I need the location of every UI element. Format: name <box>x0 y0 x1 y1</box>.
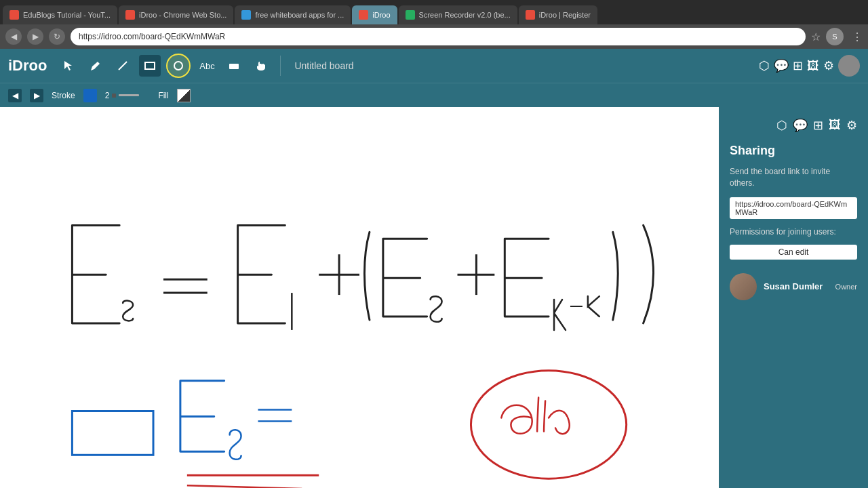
sharing-description: Send the board link to invite others. <box>730 166 857 189</box>
sharing-title: Sharing <box>730 144 857 158</box>
undo-button[interactable]: ◀ <box>8 89 22 102</box>
sidebar-grid-icon[interactable]: ⊞ <box>813 118 823 133</box>
tab-label-idroo-store: iDroo - Chrome Web Sto... <box>139 11 226 19</box>
app-toolbar: iDroo Abc Untitled board ⬡ 💬 ⊞ 🖼 ⚙ <box>0 49 868 83</box>
sub-toolbar: ◀ ▶ Stroke 2 Fill <box>0 83 868 107</box>
toolbar-separator <box>280 56 281 76</box>
toolbar-right: ⬡ 💬 ⊞ 🖼 ⚙ <box>759 55 860 77</box>
tab-label-idroo-active: iDroo <box>372 11 390 19</box>
stroke-thickness: 2 <box>105 91 140 100</box>
stroke-color-swatch[interactable] <box>83 89 97 102</box>
tab-label-idroo-register: iDroo | Register <box>539 11 591 19</box>
stroke-label: Stroke <box>52 91 75 100</box>
tab-screencast[interactable]: Screen Recorder v2.0 (be... <box>399 5 517 24</box>
sidebar-chat-icon[interactable]: 💬 <box>793 118 808 133</box>
bookmark-button[interactable]: ☆ <box>811 30 821 43</box>
logo-text: iDroo <box>8 57 47 74</box>
canvas-area[interactable]: Recorded with SCREENCAST ○ MATIC <box>0 107 719 488</box>
drawn-rectangle <box>72 411 153 455</box>
thickness-value: 2 <box>105 91 110 100</box>
refresh-button[interactable]: ↻ <box>49 28 65 45</box>
canvas-svg <box>0 107 719 488</box>
tab-favicon-whiteboard <box>241 10 251 20</box>
sharing-sidebar: ⬡ 💬 ⊞ 🖼 ⚙ Sharing Send the board link to… <box>719 107 868 488</box>
user-name: Susan Dumler <box>764 281 823 291</box>
sidebar-settings-icon[interactable]: ⚙ <box>846 118 857 133</box>
tab-favicon-yt <box>9 10 19 20</box>
redo-button[interactable]: ▶ <box>30 89 43 102</box>
hand-tool[interactable] <box>250 55 272 77</box>
tab-bar: EduBlogs Tutorial - YouT... iDroo - Chro… <box>0 0 868 24</box>
tab-label-screencast: Screen Recorder v2.0 (be... <box>419 11 511 19</box>
line-tool[interactable] <box>112 55 134 77</box>
tab-label-edublogs: EduBlogs Tutorial - YouT... <box>23 11 111 19</box>
fill-color-swatch[interactable] <box>177 89 191 102</box>
image-icon[interactable]: 🖼 <box>807 59 819 73</box>
svg-rect-1 <box>145 62 155 69</box>
forward-button[interactable]: ▶ <box>27 28 43 45</box>
share-icon[interactable]: ⬡ <box>759 58 770 73</box>
url-input[interactable]: https://idroo.com/board-QEdKWmMWaR <box>71 28 806 45</box>
text-tool-label: Abc <box>199 61 214 71</box>
rectangle-tool[interactable] <box>139 55 161 77</box>
tab-favicon-idroo2 <box>359 10 368 20</box>
thickness-line <box>119 94 139 96</box>
app-logo: iDroo <box>8 57 47 75</box>
back-button[interactable]: ◀ <box>5 28 22 45</box>
profile-button[interactable]: S <box>826 28 844 45</box>
fill-label: Fill <box>158 91 168 100</box>
settings-icon[interactable]: ⚙ <box>823 58 834 73</box>
pen-tool[interactable] <box>85 55 106 77</box>
svg-rect-3 <box>229 64 239 69</box>
sharing-link[interactable]: https://idroo.com/board-QEdKWmMWaR <box>730 197 857 219</box>
sidebar-icon-row: ⬡ 💬 ⊞ 🖼 ⚙ <box>730 118 857 133</box>
tab-idroo-register[interactable]: iDroo | Register <box>519 5 597 24</box>
grid-icon[interactable]: ⊞ <box>793 58 803 73</box>
user-role: Owner <box>835 283 857 291</box>
sidebar-share-icon[interactable]: ⬡ <box>776 118 787 133</box>
svg-line-15 <box>187 485 302 488</box>
tab-favicon-idroo <box>125 10 135 20</box>
svg-point-2 <box>174 62 182 70</box>
user-avatar-image <box>730 273 757 300</box>
sidebar-photo-icon[interactable]: 🖼 <box>829 118 841 133</box>
can-edit-button[interactable]: Can edit <box>730 245 857 260</box>
tab-label-whiteboard: free whiteboard apps for ... <box>255 11 344 19</box>
ellipse-tool[interactable] <box>166 54 191 78</box>
tab-idroo-store[interactable]: iDroo - Chrome Web Sto... <box>119 5 233 24</box>
chat-icon[interactable]: 💬 <box>774 58 789 73</box>
url-text: https://idroo.com/board-QEdKWmMWaR <box>79 32 225 41</box>
svg-line-0 <box>119 62 127 70</box>
user-row: Susan Dumler Owner <box>730 273 857 300</box>
main-area: Recorded with SCREENCAST ○ MATIC ⬡ 💬 ⊞ 🖼… <box>0 107 868 488</box>
address-bar: ◀ ▶ ↻ https://idroo.com/board-QEdKWmMWaR… <box>0 24 868 49</box>
menu-button[interactable]: ⋮ <box>852 30 863 43</box>
user-avatar-toolbar[interactable] <box>838 55 860 77</box>
thickness-small-line <box>112 94 116 98</box>
tab-idroo-active[interactable]: iDroo <box>352 5 397 24</box>
tab-favicon-screencast <box>406 10 415 20</box>
select-tool[interactable] <box>58 55 79 77</box>
text-tool[interactable]: Abc <box>196 55 218 77</box>
tab-edublogs[interactable]: EduBlogs Tutorial - YouT... <box>3 5 117 24</box>
tab-favicon-idroo-register <box>526 10 535 20</box>
svg-point-16 <box>471 371 626 479</box>
permissions-label: Permissions for joining users: <box>730 227 857 237</box>
board-title[interactable]: Untitled board <box>294 60 353 71</box>
eraser-tool[interactable] <box>223 55 245 77</box>
user-avatar <box>730 273 757 300</box>
tab-whiteboard[interactable]: free whiteboard apps for ... <box>235 5 351 24</box>
